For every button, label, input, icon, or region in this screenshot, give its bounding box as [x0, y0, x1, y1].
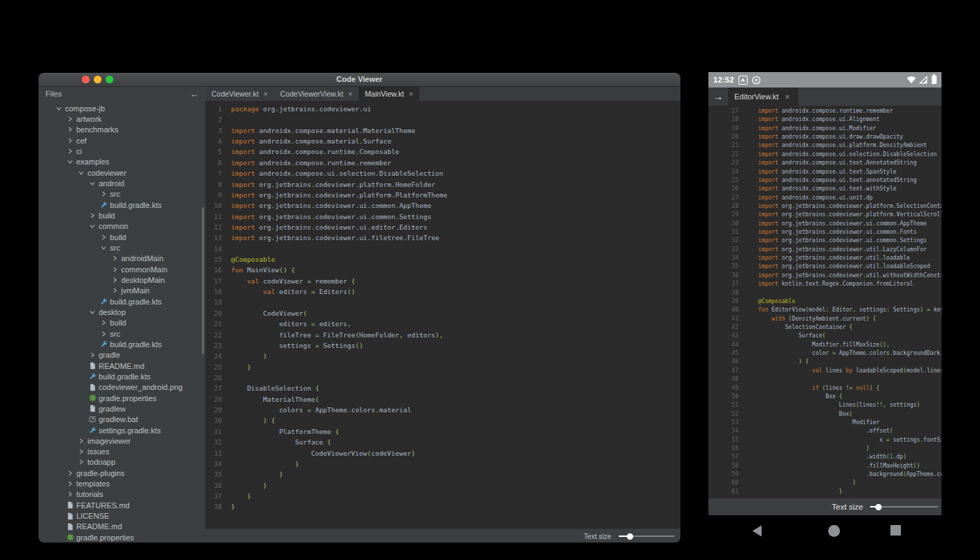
tab-editorview[interactable]: EditorView.kt × [728, 88, 798, 106]
android-code-editor[interactable]: 17import androidx.compose.runtime.rememb… [708, 106, 941, 498]
tree-item-build-gradle-kts[interactable]: build.gradle.kts [38, 339, 205, 349]
line-number: 37 [708, 280, 738, 288]
code-line: 7import androidx.compose.ui.selection.Di… [205, 168, 680, 178]
code-text: import org.jetbrains.codeviewer.ui.commo… [758, 228, 917, 237]
slider-handle[interactable] [627, 533, 634, 540]
line-number: 43 [708, 332, 738, 340]
tab-codeviewer-kt[interactable]: CodeViewer.kt× [205, 87, 274, 101]
tree-item-src[interactable]: src [38, 328, 205, 339]
tree-item-todoapp[interactable]: todoapp [38, 457, 205, 468]
tab-codeviewerview-kt[interactable]: CodeViewerView.kt× [274, 87, 358, 101]
tree-item-examples[interactable]: examples [38, 157, 205, 167]
tree-item-imageviewer[interactable]: imageviewer [38, 435, 205, 446]
code-line: 31 PlatformTheme { [205, 426, 680, 437]
tree-item-build-gradle-kts[interactable]: build.gradle.kts [38, 296, 205, 307]
tree-item-artwork[interactable]: artwork [38, 113, 205, 124]
tree-item-gradlew[interactable]: gradlew [38, 403, 205, 414]
tree-item-build[interactable]: build [38, 210, 205, 220]
tree-item-readme-md[interactable]: README.md [38, 522, 205, 532]
tree-item-tutorials[interactable]: tutorials [38, 489, 205, 500]
tree-item-ci[interactable]: ci [38, 146, 205, 156]
code-text: .offset( [758, 427, 893, 435]
tab-mainview-kt[interactable]: MainView.kt× [358, 87, 419, 101]
text-size-slider[interactable] [619, 533, 675, 540]
code-line: 30 ) { [205, 415, 680, 426]
tree-item-label: build.gradle.kts [110, 298, 162, 306]
recents-button[interactable] [890, 525, 901, 536]
tree-item-gradle-properties[interactable]: gradle.properties [38, 393, 205, 403]
home-button[interactable] [828, 525, 840, 537]
tree-item-android[interactable]: android [38, 178, 205, 188]
slider-handle[interactable] [875, 504, 881, 510]
code-text: Modifier.fillMaxSize(), [758, 341, 890, 349]
tree-item-build[interactable]: build [38, 232, 205, 242]
tree-item-desktopmain[interactable]: desktopMain [38, 274, 205, 285]
tree-item-build-gradle-kts[interactable]: build.gradle.kts [38, 200, 205, 210]
tree-item-license[interactable]: LICENSE [38, 510, 205, 521]
collapse-sidebar-icon[interactable]: ← [190, 89, 199, 99]
minimize-button[interactable] [94, 76, 102, 83]
tab-close-icon[interactable]: × [348, 90, 352, 98]
code-line: 24 ) [205, 351, 680, 361]
tree-item-label: commonMain [121, 265, 167, 274]
code-text: } [231, 362, 251, 372]
line-number: 9 [205, 190, 222, 200]
tree-item-codeviewer[interactable]: codeviewer [38, 167, 205, 178]
tree-item-settings-gradle-kts[interactable]: settings.gradle.kts [38, 425, 205, 435]
screen: Code Viewer Files ← compose-jbartworkben… [0, 0, 980, 560]
tree-item-cef[interactable]: cef [38, 135, 205, 146]
tree-item-gradle-properties[interactable]: gradle.properties [38, 532, 205, 542]
tree-item-features-md[interactable]: FEATURES.md [38, 500, 205, 510]
code-text: } [231, 458, 299, 469]
tree-item-desktop[interactable]: desktop [38, 307, 205, 317]
code-text: val editors = Editors() [231, 286, 355, 297]
tree-item-build[interactable]: build [38, 318, 205, 328]
tree-item-common[interactable]: common [38, 221, 205, 232]
tree-item-build-gradle-kts[interactable]: build.gradle.kts [38, 371, 205, 382]
tree-item-compose-jb[interactable]: compose-jb [38, 103, 205, 113]
tree-item-jvmmain[interactable]: jvmMain [38, 286, 205, 296]
tree-item-gradle[interactable]: gradle [38, 350, 205, 360]
close-button[interactable] [82, 76, 90, 83]
tree-item-codeviewer-android-png[interactable]: codeviewer_android.png [38, 382, 205, 393]
zoom-button[interactable] [106, 76, 113, 83]
tree-item-gradle-plugins[interactable]: gradle-plugins [38, 468, 205, 478]
forward-arrow-icon[interactable]: → [708, 88, 728, 106]
tab-label: CodeViewerView.kt [280, 90, 343, 98]
tree-item-issues[interactable]: issues [38, 447, 205, 457]
code-line: 13import org.jetbrains.codeviewer.ui.fil… [205, 232, 680, 243]
tree-item-androidmain[interactable]: androidMain [38, 253, 205, 264]
text-size-label: Text size [584, 533, 611, 540]
tab-close-icon[interactable]: × [264, 90, 268, 98]
tree-item-label: imageviewer [88, 437, 131, 445]
tree-item-src[interactable]: src [38, 189, 205, 200]
code-text: import androidx.compose.ui.Alignment [758, 115, 879, 124]
chevron-right-icon [77, 449, 85, 454]
code-text: } [758, 488, 842, 496]
text-size-slider[interactable] [870, 503, 938, 510]
code-line: 37 } [205, 491, 680, 501]
line-number: 19 [708, 125, 738, 133]
sidebar-scrollbar-thumb[interactable] [202, 207, 204, 354]
tree-item-commonmain[interactable]: commonMain [38, 264, 205, 274]
code-text: import org.jetbrains.codeviewer.util.loa… [758, 254, 910, 262]
line-number: 38 [708, 289, 738, 298]
code-editor[interactable]: 1package org.jetbrains.codeviewer.ui23im… [205, 101, 680, 528]
line-number: 8 [205, 179, 222, 190]
line-number: 1 [205, 104, 222, 114]
tree-item-src[interactable]: src [38, 242, 205, 253]
tab-close-icon[interactable]: × [785, 92, 789, 101]
tree-item-templates[interactable]: templates [38, 478, 205, 489]
chevron-right-icon [99, 191, 108, 197]
window-titlebar[interactable]: Code Viewer [38, 73, 680, 87]
tree-item-readme-md[interactable]: README.md [38, 360, 205, 371]
tree-item-benchmarks[interactable]: benchmarks [38, 125, 205, 135]
back-button[interactable] [752, 525, 762, 537]
tree-item-label: README.md [76, 522, 122, 531]
tree-item-gradlew-bat[interactable]: gradlew.bat [38, 414, 205, 425]
line-number: 28 [205, 394, 222, 405]
line-number: 28 [708, 202, 738, 211]
tab-close-icon[interactable]: × [409, 90, 413, 98]
line-number: 14 [205, 244, 222, 254]
line-number: 33 [205, 448, 222, 458]
